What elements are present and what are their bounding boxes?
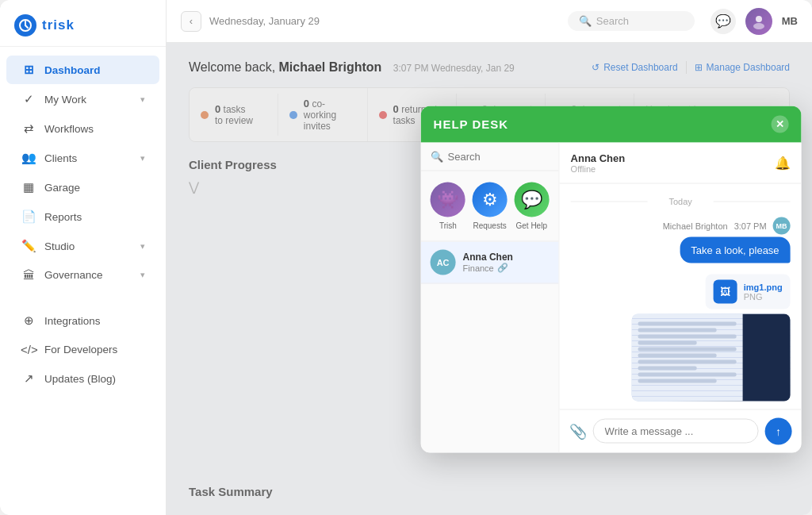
sidebar-item-integrations[interactable]: ⊕ Integrations (6, 306, 159, 335)
contact-info: Anna Chen Finance 🔗 (463, 252, 550, 273)
breadcrumb: Wednesday, January 29 (209, 15, 560, 27)
contact-name: Anna Chen (463, 252, 550, 263)
preview-line (638, 340, 697, 344)
contact-avatar: AC (431, 249, 456, 275)
sidebar-item-for-developers[interactable]: </> For Developers (6, 336, 159, 363)
file-attachment[interactable]: 🖼 img1.png PNG (706, 274, 791, 309)
message-input[interactable] (593, 419, 759, 444)
back-button[interactable]: ‹ (181, 11, 201, 32)
sidebar-item-my-work[interactable]: ✓ My Work ▾ (6, 85, 159, 113)
dashboard-icon: ⊞ (21, 63, 36, 77)
chevron-icon: ▾ (140, 153, 145, 163)
sidebar-item-studio[interactable]: ✏️ Studio ▾ (6, 232, 159, 260)
preview-lines (638, 321, 737, 382)
sidebar-item-label: Garage (44, 182, 80, 194)
chat-status: Offline (571, 163, 626, 173)
sidebar-item-dashboard[interactable]: ⊞ Dashboard (6, 56, 159, 84)
preview-line (638, 372, 737, 376)
requests-icon: ⚙ (473, 182, 508, 217)
preview-line (638, 334, 737, 338)
modal-close-button[interactable]: ✕ (772, 115, 789, 133)
chat-msg-meta: Michael Brighton 3:07 PM MB (663, 217, 791, 234)
integrations-icon: ⊕ (21, 313, 36, 328)
main-content: Welcome back, Michael Brighton 3:07 PM W… (167, 43, 812, 515)
help-desk-title: HELP DESK (434, 117, 509, 131)
chat-icon-button[interactable]: 💬 (710, 9, 736, 34)
help-desk-modal: HELP DESK ✕ 🔍 👾 (421, 106, 802, 452)
sidebar-item-label: For Developers (44, 344, 117, 356)
workflows-icon: ⇄ (21, 121, 36, 136)
svg-point-1 (756, 16, 762, 22)
preview-dark (743, 313, 791, 401)
sidebar-item-garage[interactable]: ▦ Garage (6, 173, 159, 202)
file-icon: 🖼 (714, 279, 737, 303)
governance-icon: 🏛 (21, 268, 36, 282)
sidebar-item-label: My Work (44, 94, 86, 106)
modal-search-input[interactable] (448, 150, 550, 162)
studio-icon: ✏️ (21, 239, 36, 253)
search-label: Search (596, 15, 629, 27)
sender-name: Michael Brighton (663, 221, 728, 230)
svg-point-2 (753, 23, 764, 29)
quick-action-get-help[interactable]: 💬 Get Help (514, 182, 549, 229)
search-icon: 🔍 (431, 150, 443, 162)
modal-body: 🔍 👾 Trish (421, 142, 802, 452)
modal-search[interactable]: 🔍 (421, 142, 559, 171)
sidebar-item-clients[interactable]: 👥 Clients ▾ (6, 144, 159, 172)
sidebar: trisk ⊞ Dashboard ✓ My Work ▾ ⇄ Workflow… (0, 0, 167, 515)
avatar[interactable] (745, 8, 772, 35)
sidebar-item-label: Governance (44, 269, 103, 281)
attach-button[interactable]: 📎 (569, 422, 587, 440)
search-icon: 🔍 (579, 15, 592, 27)
chat-user-info: Anna Chen Offline (571, 152, 626, 173)
search-bar[interactable]: 🔍 Search (568, 11, 695, 31)
chat-user-name: Anna Chen (571, 152, 626, 163)
attach-info: img1.png PNG (744, 282, 783, 301)
chevron-icon: ▾ (140, 270, 145, 280)
topbar-actions: 💬 MB (710, 8, 798, 35)
contact-item-anna-chen[interactable]: AC Anna Chen Finance 🔗 (421, 241, 559, 283)
preview-line (638, 353, 717, 357)
preview-line (638, 328, 717, 332)
sidebar-item-label: Clients (44, 152, 77, 164)
contact-list: AC Anna Chen Finance 🔗 (421, 241, 559, 452)
modal-left-panel: 🔍 👾 Trish (421, 142, 560, 452)
sidebar-item-reports[interactable]: 📄 Reports (6, 202, 159, 231)
filename: img1.png (744, 282, 783, 291)
sidebar-nav: ⊞ Dashboard ✓ My Work ▾ ⇄ Workflows 👥 Cl… (0, 47, 166, 515)
preview-line (638, 359, 737, 363)
sidebar-item-label: Studio (44, 240, 75, 252)
sidebar-item-workflows[interactable]: ⇄ Workflows (6, 114, 159, 143)
blog-icon: ↗ (21, 371, 36, 386)
filetype: PNG (744, 291, 783, 301)
sidebar-item-updates-blog[interactable]: ↗ Updates (Blog) (6, 364, 159, 393)
send-button[interactable]: ↑ (765, 417, 792, 444)
sidebar-item-label: Workflows (44, 123, 94, 135)
chevron-icon: ▾ (140, 94, 145, 105)
sidebar-item-label: Reports (44, 211, 82, 223)
quick-action-requests[interactable]: ⚙ Requests (473, 182, 508, 229)
logo-text: trisk (42, 17, 75, 33)
date-divider: Today (571, 196, 791, 206)
get-help-icon: 💬 (514, 182, 549, 217)
quick-action-trish[interactable]: 👾 Trish (431, 182, 465, 229)
modal-right-panel: Anna Chen Offline 🔔 Today Mich (560, 142, 802, 452)
preview-line (638, 379, 717, 382)
trish-label: Trish (439, 221, 457, 229)
chat-messages: Today Michael Brighton 3:07 PM MB Take a… (560, 183, 802, 409)
sidebar-item-label: Integrations (44, 315, 101, 327)
preview-line (638, 321, 737, 325)
sidebar-item-label: Updates (Blog) (44, 373, 116, 385)
sender-avatar: MB (773, 217, 791, 234)
get-help-label: Get Help (516, 221, 547, 229)
sidebar-item-governance[interactable]: 🏛 Governance ▾ (6, 261, 159, 289)
requests-label: Requests (473, 221, 506, 229)
logo-icon (14, 14, 36, 37)
topbar: ‹ Wednesday, January 29 🔍 Search 💬 MB (167, 0, 812, 43)
clients-icon: 👥 (21, 151, 36, 165)
sound-button[interactable]: 🔔 (775, 155, 791, 170)
logo: trisk (0, 0, 166, 47)
modal-header: HELP DESK ✕ (421, 106, 802, 142)
preview-line (638, 347, 737, 351)
my-work-icon: ✓ (21, 92, 36, 106)
